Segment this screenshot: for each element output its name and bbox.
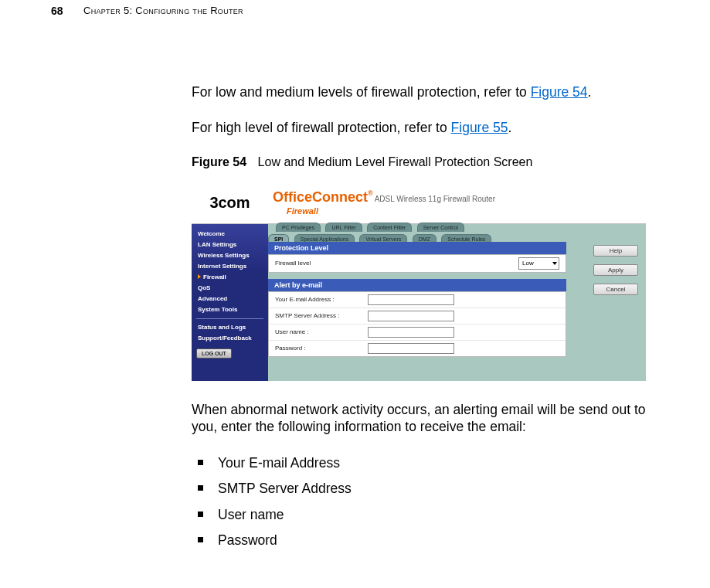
sidebar-item-advanced[interactable]: Advanced: [192, 294, 268, 304]
sidebar-item-internet[interactable]: Internet Settings: [192, 261, 268, 272]
logo-3com: 3com: [209, 194, 250, 212]
figure-title: Low and Medium Level Firewall Protection…: [258, 155, 533, 168]
brand-title: OfficeConnect®ADSL Wireless 11g Firewall…: [273, 189, 495, 206]
row-username: User name :: [269, 325, 566, 341]
list-item: Your E-mail Address: [192, 454, 646, 473]
panel-header-protection-level: Protection Level: [268, 242, 566, 254]
list-item: Password: [192, 532, 646, 550]
brand-reg: ®: [368, 189, 373, 197]
page-number: 68: [51, 5, 63, 17]
chevron-down-icon: [552, 262, 557, 265]
row-firewall-level: Firewall level Low: [269, 255, 566, 272]
chapter-title: Chapter 5: Configuring the Router: [83, 5, 243, 16]
section-label-firewall: Firewall: [287, 206, 318, 216]
select-value: Low: [522, 260, 534, 267]
action-buttons: Help Apply Cancel: [593, 245, 638, 295]
label-username: User name :: [275, 328, 368, 335]
sidebar-item-support[interactable]: Support/Feedback: [192, 333, 268, 344]
text: For high level of firewall protection, r…: [192, 120, 451, 135]
text: .: [508, 120, 512, 135]
figure-caption: Figure 54 Low and Medium Level Firewall …: [192, 155, 646, 169]
row-password: Password :: [269, 341, 566, 356]
list-item: User name: [192, 506, 646, 525]
apply-button[interactable]: Apply: [593, 264, 638, 276]
link-figure-54[interactable]: Figure 54: [531, 84, 588, 100]
brand-name: OfficeConnect: [273, 189, 368, 205]
router-ui-screenshot: 3com Welcome LAN Settings Wireless Setti…: [192, 183, 646, 381]
label-email-address: Your E-mail Address :: [275, 296, 368, 303]
paragraph-3: When abnormal network activity occurs, a…: [192, 401, 646, 436]
sidebar-item-welcome[interactable]: Welcome: [192, 229, 268, 240]
sidebar-item-wireless[interactable]: Wireless Settings: [192, 250, 268, 261]
paragraph-2: For high level of firewall protection, r…: [192, 119, 646, 136]
input-username[interactable]: [368, 327, 454, 338]
link-figure-55[interactable]: Figure 55: [451, 120, 508, 135]
paragraph-1: For low and medium levels of firewall pr…: [192, 83, 646, 100]
input-password[interactable]: [368, 343, 454, 354]
text: .: [588, 84, 592, 100]
row-smtp-server: SMTP Server Address :: [269, 308, 566, 325]
help-button[interactable]: Help: [593, 245, 638, 257]
input-smtp-server[interactable]: [368, 311, 454, 321]
row-email-address: Your E-mail Address :: [269, 292, 566, 308]
sidebar-item-firewall[interactable]: Firewall: [192, 272, 268, 283]
select-firewall-level[interactable]: Low: [518, 257, 559, 270]
router-content: Protection Level Firewall level Low Aler…: [268, 242, 566, 357]
sidebar-separator: [196, 318, 263, 319]
input-email-address[interactable]: [368, 294, 454, 305]
bullet-list: Your E-mail Address SMTP Server Address …: [192, 454, 646, 551]
logout-button[interactable]: LOG OUT: [196, 348, 232, 359]
label-password: Password :: [275, 345, 368, 352]
brand-subtitle: ADSL Wireless 11g Firewall Router: [375, 195, 495, 203]
cancel-button[interactable]: Cancel: [593, 284, 638, 295]
list-item: SMTP Server Address: [192, 480, 646, 498]
figure-number: Figure 54: [192, 155, 246, 168]
label-firewall-level: Firewall level: [275, 260, 368, 267]
sidebar-item-lan[interactable]: LAN Settings: [192, 240, 268, 250]
logo-area: 3com: [192, 183, 268, 224]
tabs-area: PC Privileges URL Filter Content Filter …: [268, 217, 646, 239]
router-sidebar: 3com Welcome LAN Settings Wireless Setti…: [192, 183, 268, 381]
text: For low and medium levels of firewall pr…: [192, 84, 531, 100]
sidebar-item-qos[interactable]: QoS: [192, 283, 268, 294]
sidebar-item-status-logs[interactable]: Status and Logs: [192, 322, 268, 333]
sidebar-item-system-tools[interactable]: System Tools: [192, 304, 268, 315]
panel-header-alert-email: Alert by e-mail: [268, 279, 566, 291]
label-smtp-server: SMTP Server Address :: [275, 312, 368, 319]
